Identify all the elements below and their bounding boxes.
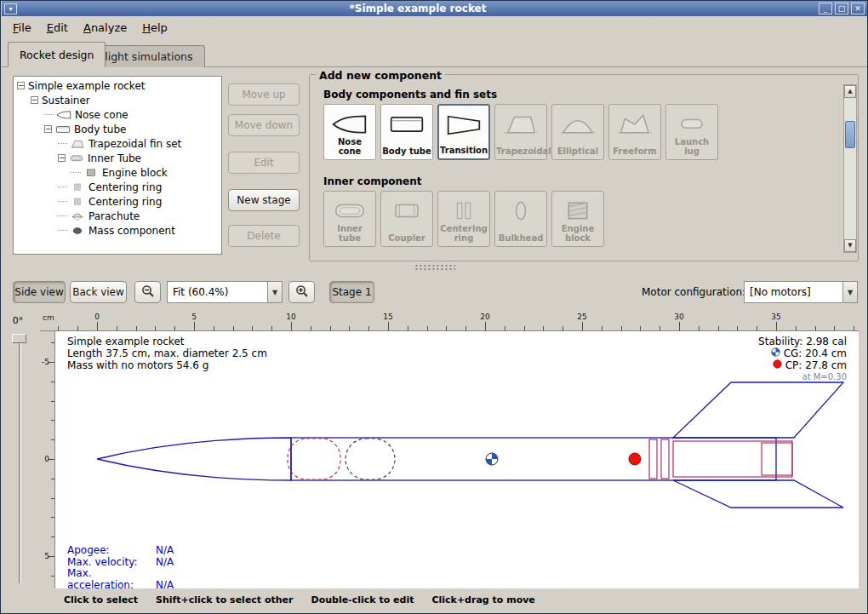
tree-item-label: Simple example rocket — [28, 80, 145, 92]
menu-edit[interactable]: Edit — [39, 18, 76, 37]
add-body-tube-button[interactable]: Body tube — [380, 104, 433, 160]
h-ruler-tick — [485, 322, 486, 330]
tree-item-centering-ring[interactable]: Centering ring — [14, 194, 221, 209]
chevron-down-icon[interactable]: ▼ — [267, 282, 282, 302]
h-ruler-tick — [699, 326, 700, 330]
add-nose-cone-button[interactable]: Nose cone — [323, 104, 376, 160]
rocket-canvas[interactable]: Simple example rocket Length 37.5 cm, ma… — [55, 331, 859, 588]
scroll-up-button[interactable]: ▲ — [844, 85, 856, 98]
inner-tube-outline[interactable] — [673, 441, 792, 477]
tree-item-trapezoidal-fin-set[interactable]: Trapezoidal fin set — [14, 136, 221, 151]
v-ruler-tick — [51, 498, 54, 499]
close-button[interactable]: ✕ — [851, 3, 865, 14]
cp-text: CP: 27.8 cm — [785, 359, 847, 371]
scrollbar-thumb[interactable] — [845, 121, 855, 148]
tree-item-parachute[interactable]: Parachute — [14, 209, 221, 223]
rocket-info: Simple example rocket Length 37.5 cm, ma… — [67, 336, 267, 371]
zoom-out-icon — [141, 284, 155, 301]
menu-analyze[interactable]: Analyze — [76, 18, 134, 37]
h-ruler-tick — [505, 326, 505, 330]
centering-ring-1-outline[interactable] — [649, 439, 657, 479]
menu-file[interactable]: File — [5, 18, 39, 37]
tree-expander-icon[interactable]: − — [31, 96, 38, 104]
fin-upper-outline[interactable] — [673, 382, 843, 438]
v-ruler-tick — [51, 479, 54, 479]
rotation-slider-handle[interactable] — [12, 334, 26, 343]
side-view-button[interactable]: Side view — [13, 281, 66, 303]
vertical-ruler: -505 — [40, 331, 55, 588]
tree-item-sustainer[interactable]: −Sustainer — [14, 93, 221, 107]
cg-marker — [486, 453, 498, 465]
h-ruler-tick — [796, 326, 797, 330]
maximize-button[interactable]: □ — [835, 3, 848, 14]
stability-info: Stability: 2.98 cal CG: 20.4 cm CP: 27.8… — [758, 336, 847, 383]
minimize-button[interactable]: _ — [819, 3, 832, 14]
splitter-handle[interactable] — [414, 264, 455, 271]
tree-expander-icon[interactable]: − — [44, 125, 52, 133]
flight-label: Max. acceleration: — [67, 568, 156, 588]
mass-component-outline[interactable] — [288, 439, 340, 479]
h-ruler-tick — [543, 326, 544, 330]
tree-expander-icon[interactable]: − — [58, 154, 66, 162]
h-ruler-tick — [271, 326, 272, 330]
engine-block-outline[interactable] — [762, 443, 792, 475]
coupler-icon — [388, 199, 425, 226]
h-ruler-tick — [58, 326, 59, 330]
window-title: *Simple example rocket — [17, 3, 819, 14]
component-scrollbar[interactable]: ▲ ▼ — [843, 84, 857, 253]
centering-ring-2-outline[interactable] — [661, 439, 669, 479]
body-tube-outline[interactable] — [291, 438, 776, 480]
tree-expander-icon[interactable]: − — [17, 82, 25, 89]
h-ruler-tick — [233, 326, 234, 330]
back-view-button[interactable]: Back view — [70, 281, 127, 303]
new-stage-button[interactable]: New stage — [228, 189, 300, 211]
component-button-label: Trapezoidal — [496, 146, 545, 156]
tree-item-nose-cone[interactable]: Nose cone — [14, 107, 221, 122]
tree-item-engine-block[interactable]: Engine block — [14, 165, 221, 180]
h-ruler-tick — [368, 326, 369, 330]
tree-item-inner-tube[interactable]: −Inner Tube — [14, 151, 221, 165]
edit-button[interactable]: Edit — [228, 152, 300, 174]
zoom-select-value: Fit (60.4%) — [168, 286, 267, 298]
h-ruler-tick — [776, 322, 777, 330]
motor-configuration-select[interactable]: [No motors] ▼ — [744, 281, 858, 303]
h-ruler-tick — [252, 326, 253, 330]
add-engine-block-button: Engine block — [551, 191, 604, 247]
v-ruler-label: 5 — [44, 552, 49, 560]
parachute-outline[interactable] — [345, 439, 395, 479]
h-ruler-tick — [524, 326, 525, 330]
tree-item-body-tube[interactable]: −Body tube — [14, 122, 221, 136]
move-down-button[interactable]: Move down — [228, 114, 300, 136]
nose-cone-outline[interactable] — [97, 438, 291, 480]
scroll-down-button[interactable]: ▼ — [844, 239, 856, 252]
delete-button[interactable]: Delete — [228, 225, 300, 247]
window-menu-icon[interactable]: ▾ — [4, 3, 17, 14]
parachute-icon — [70, 211, 85, 221]
titlebar[interactable]: ▾ *Simple example rocket _ □ ✕ — [2, 1, 867, 16]
zoom-out-button[interactable] — [134, 281, 161, 303]
cp-row: CP: 27.8 cm — [758, 359, 847, 371]
tree-item-mass-component[interactable]: Mass component — [14, 223, 221, 238]
cg-text: CG: 20.4 cm — [784, 347, 847, 359]
fin-lower-outline[interactable] — [673, 480, 843, 508]
h-ruler-tick — [155, 326, 156, 330]
menu-help[interactable]: Help — [134, 18, 175, 37]
tree-item-simple-example-rocket[interactable]: −Simple example rocket — [14, 78, 221, 93]
component-tree[interactable]: −Simple example rocket−SustainerNose con… — [13, 76, 222, 255]
stage-1-toggle[interactable]: Stage 1 — [329, 281, 374, 303]
add-centering-ring-button: Centering ring — [437, 191, 490, 247]
add-launch-lug-button: Launch lug — [665, 104, 718, 160]
chevron-down-icon[interactable]: ▼ — [842, 282, 857, 302]
tree-item-label: Body tube — [74, 123, 126, 135]
zoom-select[interactable]: Fit (60.4%) ▼ — [167, 281, 283, 303]
h-ruler-tick — [408, 326, 408, 330]
zoom-in-button[interactable] — [288, 281, 315, 303]
rotation-slider[interactable] — [19, 340, 21, 583]
add-component-title: Add new component — [316, 69, 445, 82]
move-up-button[interactable]: Move up — [228, 83, 300, 106]
h-ruler-label: 0 — [94, 313, 100, 321]
add-trapezoidal-button: Trapezoidal — [494, 104, 547, 160]
tree-item-centering-ring[interactable]: Centering ring — [14, 180, 221, 194]
tab-rocket-design[interactable]: Rocket design — [8, 42, 106, 67]
add-transition-button[interactable]: Transition — [437, 104, 490, 160]
